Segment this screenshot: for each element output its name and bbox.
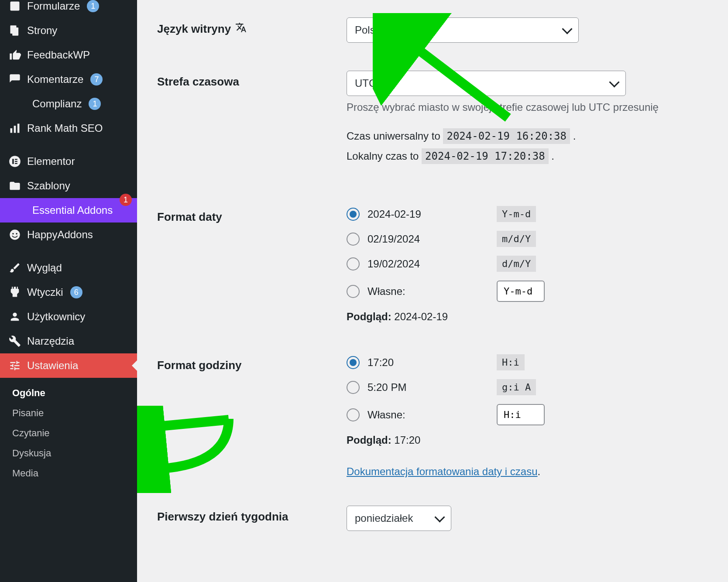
timezone-help: Proszę wybrać miasto w swojej strefie cz… [347, 101, 728, 113]
sidebar-item-label: Komentarze [27, 73, 83, 86]
sidebar-item-label: HappyAddons [27, 229, 93, 241]
submenu-pisanie[interactable]: Pisanie [0, 403, 137, 423]
sidebar-item-label: Ustawienia [27, 359, 78, 372]
date-format-option-0[interactable]: 2024-02-19 Y-m-d [347, 206, 728, 222]
svg-point-11 [10, 229, 20, 240]
local-time: Lokalny czas to 2024-02-19 17:20:38 . [347, 150, 728, 162]
time-format-option-1[interactable]: 5:20 PM g:i A [347, 379, 728, 395]
sidebar-item-feedbackwp[interactable]: FeedbackWP [0, 43, 137, 67]
radio-icon [347, 381, 360, 394]
radio-icon [347, 285, 360, 298]
sidebar-item-szablony[interactable]: Szablony [0, 174, 137, 198]
date-format-preview: Podgląd: 2024-02-19 [347, 311, 728, 323]
svg-rect-4 [14, 126, 16, 133]
radio-icon [347, 208, 360, 221]
sidebar-item-label: Narzędzia [27, 335, 74, 347]
templates-icon [9, 180, 21, 192]
chart-icon [9, 122, 21, 134]
time-format-option-0[interactable]: 17:20 H:i [347, 354, 728, 370]
comment-icon [9, 73, 21, 86]
first-day-select[interactable]: poniedziałek [347, 506, 451, 531]
sidebar-item-label: Strony [27, 24, 57, 37]
settings-content: Język witryny Polski Strefa czasowa UTC+… [137, 0, 728, 582]
sidebar-item-label: Wygląd [27, 262, 62, 274]
admin-sidebar: Formularze 1 Strony FeedbackWP Komentarz… [0, 0, 137, 582]
date-format-custom-input[interactable] [497, 281, 545, 302]
elementor-icon [9, 155, 21, 168]
sidebar-item-essential-addons[interactable]: Essential Addons 1 [0, 198, 137, 223]
badge: 1 [89, 98, 101, 110]
sidebar-item-complianz[interactable]: Complianz 1 [0, 92, 137, 116]
radio-icon [347, 408, 360, 421]
date-format-label: Format daty [157, 206, 347, 224]
settings-submenu: Ogólne Pisanie Czytanie Dyskusja Media [0, 378, 137, 489]
sidebar-item-label: Formularze [27, 0, 80, 12]
time-format-custom-input[interactable] [497, 404, 545, 425]
date-format-option-1[interactable]: 02/19/2024 m/d/Y [347, 231, 728, 247]
sidebar-item-label: Elementor [27, 155, 75, 168]
language-label: Język witryny [157, 17, 347, 36]
sidebar-item-strony[interactable]: Strony [0, 18, 137, 43]
sidebar-item-label: FeedbackWP [27, 49, 90, 61]
sidebar-item-label: Rank Math SEO [27, 122, 103, 134]
svg-rect-3 [10, 128, 13, 133]
svg-rect-8 [15, 159, 17, 160]
svg-rect-9 [15, 161, 17, 162]
svg-rect-0 [10, 2, 20, 11]
time-format-preview: Podgląd: 17:20 [347, 434, 728, 446]
submenu-czytanie[interactable]: Czytanie [0, 423, 137, 443]
timezone-select[interactable]: UTC+1 [347, 71, 626, 96]
appearance-icon [9, 262, 21, 274]
sidebar-item-label: Essential Addons [32, 204, 113, 216]
utc-time: Czas uniwersalny to 2024-02-19 16:20:38 … [347, 130, 728, 142]
language-select[interactable]: Polski [347, 17, 579, 43]
submenu-media[interactable]: Media [0, 463, 137, 483]
sidebar-item-label: Użytkownicy [27, 311, 85, 323]
users-icon [9, 311, 21, 323]
date-format-option-2[interactable]: 19/02/2024 d/m/Y [347, 256, 728, 272]
svg-rect-2 [12, 27, 18, 36]
sidebar-item-uzytkownicy[interactable]: Użytkownicy [0, 305, 137, 329]
svg-point-13 [16, 233, 17, 235]
sidebar-item-rankmath[interactable]: Rank Math SEO [0, 116, 137, 140]
date-time-doc-link[interactable]: Dokumentacja formatowania daty i czasu [347, 466, 538, 477]
sidebar-item-happyaddons[interactable]: HappyAddons [0, 223, 137, 247]
translate-icon [235, 22, 247, 36]
badge: 6 [70, 286, 82, 298]
radio-icon [347, 257, 360, 270]
radio-icon [347, 233, 360, 246]
svg-rect-5 [17, 124, 20, 133]
sidebar-item-formularze[interactable]: Formularze 1 [0, 0, 137, 18]
submenu-ogolne[interactable]: Ogólne [0, 383, 137, 403]
sidebar-item-label: Szablony [27, 180, 70, 192]
time-format-label: Format godziny [157, 354, 347, 372]
happy-icon [9, 229, 21, 241]
svg-rect-7 [12, 159, 14, 164]
forms-icon [9, 0, 21, 12]
badge: 7 [90, 73, 103, 86]
tools-icon [9, 335, 21, 347]
badge: 1 [120, 194, 132, 206]
sidebar-item-narzedzia[interactable]: Narzędzia [0, 329, 137, 353]
plugins-icon [9, 286, 21, 298]
thumb-icon [9, 49, 21, 61]
pages-icon [9, 24, 21, 37]
sidebar-item-ustawienia[interactable]: Ustawienia [0, 353, 137, 378]
settings-icon [9, 359, 21, 372]
date-format-custom[interactable]: Własne: [347, 281, 728, 302]
badge: 1 [87, 0, 99, 12]
timezone-label: Strefa czasowa [157, 71, 347, 89]
radio-icon [347, 356, 360, 369]
sidebar-item-wyglad[interactable]: Wygląd [0, 256, 137, 280]
sidebar-item-komentarze[interactable]: Komentarze 7 [0, 67, 137, 92]
sidebar-item-label: Wtyczki [27, 286, 63, 298]
sidebar-item-elementor[interactable]: Elementor [0, 149, 137, 174]
sidebar-item-label: Complianz [32, 98, 82, 110]
time-format-custom[interactable]: Własne: [347, 404, 728, 425]
svg-point-12 [12, 233, 14, 235]
sidebar-item-wtyczki[interactable]: Wtyczki 6 [0, 280, 137, 305]
submenu-dyskusja[interactable]: Dyskusja [0, 443, 137, 463]
first-day-label: Pierwszy dzień tygodnia [157, 506, 347, 524]
svg-rect-10 [15, 163, 17, 164]
